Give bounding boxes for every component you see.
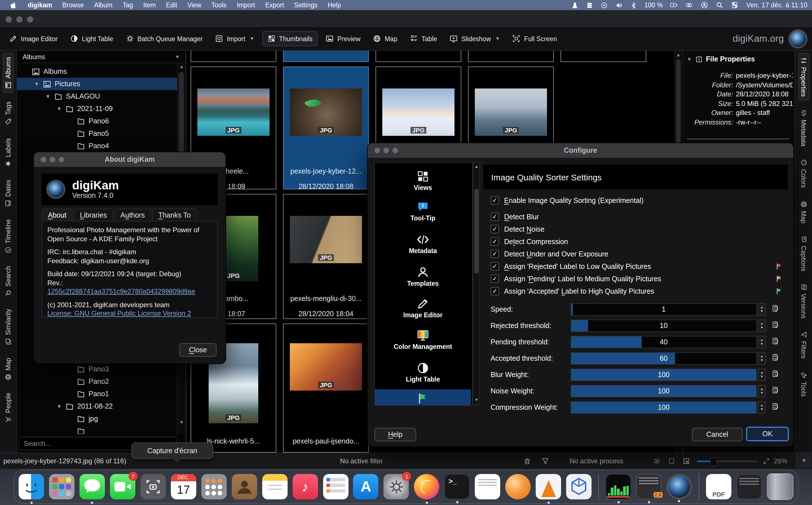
- right-tab-map[interactable]: Map: [799, 197, 808, 226]
- zoom-slider-thumb[interactable]: [710, 457, 717, 466]
- chevron-down-icon[interactable]: ▼: [495, 36, 500, 41]
- toolbar-thumbnails[interactable]: Thumbnails: [262, 31, 318, 46]
- tree-item-albums[interactable]: Albums: [17, 65, 67, 78]
- thumbnail-cell-partial[interactable]: [468, 51, 554, 62]
- menu-item-import[interactable]: Import: [232, 0, 260, 10]
- toolbar-import[interactable]: Import▼: [211, 31, 259, 46]
- configure-section-tool-tip[interactable]: iTool-Tip: [375, 198, 471, 228]
- thumbnail-cell-partial[interactable]: [283, 51, 369, 62]
- zoom-100-icon[interactable]: [682, 453, 690, 469]
- dock-filezilla-icon[interactable]: [506, 474, 531, 499]
- dock-reminders-icon[interactable]: [323, 474, 348, 499]
- thumbnail-cell[interactable]: JPGpexels-mengliu-di-30...28/12/2020 18:…: [283, 194, 369, 319]
- tree-caret[interactable]: ▼: [45, 94, 51, 99]
- apple-menu[interactable]: [5, 0, 23, 10]
- disk-stack-icon[interactable]: [585, 1, 593, 9]
- filter-funnel-icon[interactable]: [541, 453, 549, 469]
- configure-sidebar-scrollbar[interactable]: ▲ ▼: [472, 162, 480, 405]
- checkbox[interactable]: ✓: [491, 275, 499, 283]
- toolbar-preview[interactable]: Preview: [321, 31, 365, 46]
- close-window-button[interactable]: [6, 16, 12, 23]
- dock-benchmark-icon[interactable]: 2.6: [636, 474, 661, 499]
- configure-section-image-editor[interactable]: Image Editor: [375, 295, 471, 324]
- reset-icon[interactable]: [771, 321, 780, 329]
- dock-notes-icon[interactable]: [262, 474, 287, 499]
- menu-item-export[interactable]: Export: [260, 0, 289, 10]
- slider-track[interactable]: 1: [571, 303, 757, 316]
- thumbnail-cell[interactable]: JPGpexels-joey-kyber-12...28/12/2020 18:…: [283, 66, 369, 189]
- scroll-down-icon[interactable]: ▼: [473, 397, 480, 403]
- menu-bar-clock[interactable]: Ven. 17 déc. à 11:10: [746, 2, 807, 8]
- toolbar-slideshow[interactable]: Slideshow▼: [445, 31, 504, 46]
- ok-button[interactable]: OK: [746, 427, 789, 441]
- magnifier-icon[interactable]: [716, 1, 724, 9]
- tree-caret[interactable]: ▼: [56, 403, 62, 409]
- tree-item-pano3[interactable]: Pano3: [17, 363, 109, 375]
- tree-item-pictures[interactable]: ▼Pictures: [17, 78, 178, 90]
- menu-item-item[interactable]: Item: [138, 0, 161, 10]
- vlc-cone-icon[interactable]: [571, 1, 578, 9]
- about-link[interactable]: License: GNU General Public License Vers…: [47, 309, 212, 318]
- right-tab-metadata[interactable]: Metadata: [799, 106, 808, 150]
- configure-section-views[interactable]: Views: [375, 167, 471, 196]
- menu-item-edit[interactable]: Edit: [161, 0, 182, 10]
- help-button[interactable]: Help: [374, 428, 416, 441]
- reset-icon[interactable]: [771, 370, 780, 378]
- cancel-button[interactable]: Cancel: [692, 428, 742, 441]
- toolbar-full-screen[interactable]: Full Screen: [508, 31, 561, 46]
- dock-textedit-icon[interactable]: [475, 474, 501, 499]
- menu-item-help[interactable]: Help: [322, 0, 346, 10]
- tree-caret[interactable]: ▼: [56, 106, 62, 112]
- checkbox[interactable]: ✓: [491, 237, 499, 246]
- about-tab-thanks-to[interactable]: Thanks To: [152, 208, 197, 221]
- reset-icon[interactable]: [771, 402, 780, 411]
- menu-item-album[interactable]: Album: [89, 0, 118, 10]
- spinner-buttons[interactable]: ▲▼: [758, 320, 766, 332]
- expand-icon[interactable]: [763, 453, 770, 469]
- checkbox[interactable]: ✓: [491, 262, 499, 271]
- checkbox[interactable]: ✓: [491, 196, 499, 205]
- bluetooth-icon[interactable]: [630, 1, 637, 9]
- trash-icon[interactable]: [523, 453, 531, 469]
- chevron-down-icon[interactable]: ▼: [250, 36, 254, 41]
- zoom-dialog-button[interactable]: [59, 157, 64, 162]
- dock-messages-icon[interactable]: [80, 474, 105, 499]
- tree-item-pano2[interactable]: Pano2: [17, 375, 109, 388]
- dock-calculator-icon[interactable]: [201, 474, 227, 499]
- battery-icon[interactable]: [670, 1, 678, 9]
- reset-icon[interactable]: [771, 337, 780, 345]
- tree-caret[interactable]: ▼: [34, 81, 39, 87]
- right-tab-versions[interactable]: Versions: [799, 281, 808, 322]
- zoom-slider[interactable]: [697, 453, 758, 469]
- reset-icon[interactable]: [771, 304, 780, 313]
- tree-item-pano1[interactable]: Pano1: [17, 388, 109, 400]
- slider-track[interactable]: 10: [571, 320, 757, 332]
- menu-item-digikam[interactable]: digikam: [23, 0, 57, 10]
- about-link[interactable]: 1255c2f288741aa3751c9e2780a043299809d9ae: [47, 288, 212, 296]
- dock-finder-icon[interactable]: [19, 474, 44, 499]
- user-circle-icon[interactable]: [701, 1, 708, 9]
- about-tab-libraries[interactable]: Libraries: [74, 208, 113, 221]
- dock-calendar-icon[interactable]: DÉC.17: [171, 474, 196, 499]
- checkbox[interactable]: ✓: [491, 250, 499, 258]
- sidebar-tab-albums[interactable]: Albums: [3, 53, 13, 93]
- configure-section-image-quality-sorter[interactable]: Image Quality Sorter: [375, 389, 471, 406]
- checkbox[interactable]: ✓: [491, 225, 499, 233]
- spinner-buttons[interactable]: ▲▼: [758, 385, 766, 397]
- thumb-size-dropdown[interactable]: ▼: [796, 453, 811, 468]
- zoom-dialog-button[interactable]: [392, 148, 398, 153]
- configure-section-color-management[interactable]: Color Management: [375, 326, 471, 357]
- thumbnail-cell-partial[interactable]: [560, 51, 646, 62]
- configure-section-templates[interactable]: Templates: [375, 263, 471, 293]
- zoom-window-button[interactable]: [27, 16, 33, 23]
- spinner-buttons[interactable]: ▲▼: [758, 401, 766, 414]
- thumbnail-cell-partial[interactable]: [190, 51, 276, 62]
- scroll-down-icon[interactable]: ▼: [178, 419, 185, 426]
- sidebar-tab-dates[interactable]: Dates: [3, 176, 13, 210]
- dock-pdf-doc-icon[interactable]: PDF: [706, 474, 731, 499]
- about-tab-authors[interactable]: Authors: [114, 208, 151, 221]
- menu-bar-status[interactable]: 100 %Ven. 17 déc. à 11:10: [571, 1, 807, 9]
- fit-selection-icon[interactable]: [653, 453, 661, 469]
- toolbar-light-table[interactable]: Light Table: [65, 31, 118, 46]
- menu-item-tag[interactable]: Tag: [118, 0, 138, 10]
